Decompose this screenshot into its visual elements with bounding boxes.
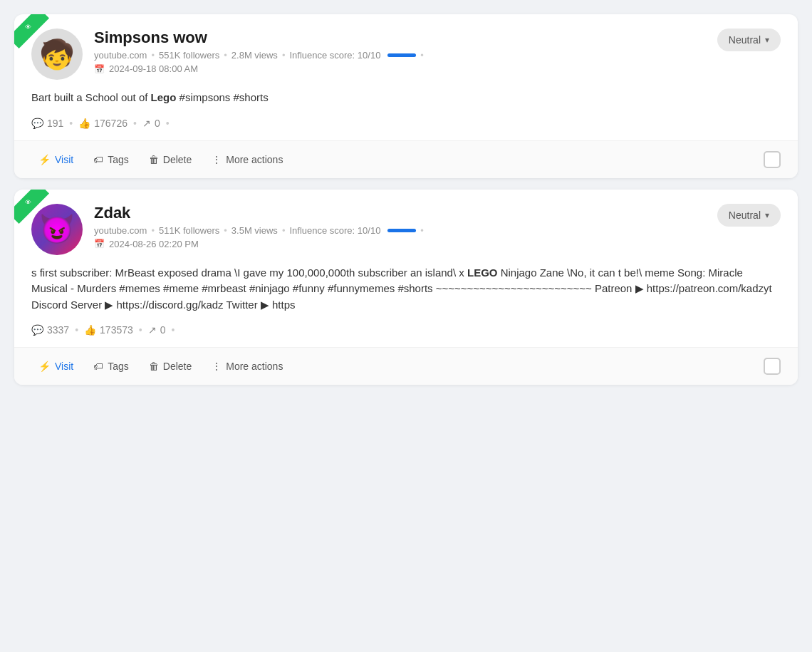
eye-icon: 👁 <box>25 24 31 31</box>
views: 3.5M views <box>231 225 278 236</box>
actions-left: ⚡ Visit 🏷 Tags 🗑 Delete ⋮ More actions <box>31 150 290 170</box>
stat-dot-2: • <box>133 118 137 129</box>
influence-score: Influence score: 10/10 <box>289 225 380 236</box>
dot-3: • <box>282 225 286 236</box>
more-actions-button[interactable]: ⋮ More actions <box>204 150 290 170</box>
comments-count: 191 <box>47 118 63 129</box>
channel-name: Zdak <box>94 204 424 222</box>
comment-icon: 💬 <box>31 118 43 129</box>
platform: youtube.com <box>94 225 147 236</box>
tag-icon: 🏷 <box>93 154 103 165</box>
badge-inner: 👁 <box>14 190 49 224</box>
influence-bar <box>387 229 416 232</box>
card-header: 😈 Zdak youtube.com • 511K followers • 3.… <box>31 204 781 255</box>
share-icon: ↗ <box>142 118 151 129</box>
sentiment-label: Neutral <box>729 34 761 46</box>
stat-dot-3: • <box>171 324 175 336</box>
card-simpsons-wow: 👁 🧒 Simpsons wow youtube.com • <box>14 14 798 178</box>
card-actions: ⚡ Visit 🏷 Tags 🗑 Delete ⋮ More actions <box>14 140 798 178</box>
select-checkbox[interactable] <box>764 358 781 375</box>
trash-icon: 🗑 <box>149 361 159 372</box>
card-body: 🧒 Simpsons wow youtube.com • 551K follow… <box>14 14 798 140</box>
meta-row: youtube.com • 511K followers • 3.5M view… <box>94 225 424 236</box>
likes-count: 176726 <box>94 118 127 129</box>
more-icon: ⋮ <box>212 361 222 372</box>
comments-stat: 💬 191 <box>31 118 63 129</box>
dot-3: • <box>282 50 286 61</box>
more-actions-label: More actions <box>226 154 283 165</box>
post-text: Bart built a School out of Lego #simpson… <box>31 90 781 106</box>
header-info: Zdak youtube.com • 511K followers • 3.5M… <box>94 204 424 249</box>
card-zdak: 👁 😈 Zdak youtube.com • 5 <box>14 190 798 385</box>
views: 2.8M views <box>231 50 278 61</box>
date-row: 📅 2024-08-26 02:20 PM <box>94 239 424 249</box>
delete-label: Delete <box>163 361 192 372</box>
chevron-down-icon: ▾ <box>765 210 769 220</box>
dot-4: • <box>420 225 424 236</box>
more-actions-button[interactable]: ⋮ More actions <box>204 356 290 376</box>
header-left: 😈 Zdak youtube.com • 511K followers • 3.… <box>31 204 424 255</box>
likes-count: 173573 <box>100 324 133 336</box>
likes-stat: 👍 173573 <box>84 324 133 336</box>
eye-icon: 👁 <box>25 199 31 206</box>
header-info: Simpsons wow youtube.com • 551K follower… <box>94 29 424 74</box>
stat-dot-1: • <box>69 118 73 129</box>
dot-1: • <box>151 50 155 61</box>
trash-icon: 🗑 <box>149 154 159 165</box>
tags-button[interactable]: 🏷 Tags <box>86 356 136 376</box>
more-actions-label: More actions <box>226 361 283 372</box>
likes-stat: 👍 176726 <box>78 118 127 129</box>
visit-label: Visit <box>55 154 73 165</box>
tags-label: Tags <box>108 154 129 165</box>
followers: 511K followers <box>159 225 219 236</box>
stat-dot-2: • <box>139 324 142 336</box>
visit-button[interactable]: ⚡ Visit <box>31 356 80 376</box>
tags-label: Tags <box>108 361 129 372</box>
influence-bar <box>387 53 416 57</box>
shares-stat: ↗ 0 <box>148 324 166 336</box>
channel-name: Simpsons wow <box>94 29 424 47</box>
card-body: 😈 Zdak youtube.com • 511K followers • 3.… <box>14 190 798 348</box>
lightning-icon: ⚡ <box>38 154 51 165</box>
tags-button[interactable]: 🏷 Tags <box>86 150 136 170</box>
badge-corner: 👁 <box>14 190 51 227</box>
followers: 551K followers <box>159 50 219 61</box>
delete-button[interactable]: 🗑 Delete <box>142 356 199 376</box>
calendar-icon: 📅 <box>94 64 105 74</box>
sentiment-button[interactable]: Neutral ▾ <box>717 29 781 51</box>
calendar-icon: 📅 <box>94 239 105 249</box>
delete-label: Delete <box>163 154 192 165</box>
comments-stat: 💬 3337 <box>31 324 69 336</box>
select-checkbox[interactable] <box>764 151 781 168</box>
stats-row: 💬 3337 • 👍 173573 • ↗ 0 • <box>31 324 781 336</box>
card-header: 🧒 Simpsons wow youtube.com • 551K follow… <box>31 29 781 80</box>
actions-left: ⚡ Visit 🏷 Tags 🗑 Delete ⋮ More actions <box>31 356 290 376</box>
post-text: s first subscriber: MrBeast exposed dram… <box>31 265 781 314</box>
like-icon: 👍 <box>78 118 90 129</box>
sentiment-button[interactable]: Neutral ▾ <box>717 204 781 227</box>
sentiment-label: Neutral <box>729 209 761 221</box>
comments-count: 3337 <box>47 324 69 336</box>
comment-icon: 💬 <box>31 324 43 336</box>
share-icon: ↗ <box>148 324 157 336</box>
dot-2: • <box>224 225 227 236</box>
tag-icon: 🏷 <box>93 361 103 372</box>
badge-corner: 👁 <box>14 14 51 51</box>
header-left: 🧒 Simpsons wow youtube.com • 551K follow… <box>31 29 424 80</box>
platform: youtube.com <box>94 50 147 61</box>
lightning-icon: ⚡ <box>38 361 51 372</box>
shares-count: 0 <box>160 324 166 336</box>
date-row: 📅 2024-09-18 08:00 AM <box>94 63 424 74</box>
shares-count: 0 <box>155 118 160 129</box>
visit-button[interactable]: ⚡ Visit <box>31 150 80 170</box>
delete-button[interactable]: 🗑 Delete <box>142 150 199 170</box>
meta-row: youtube.com • 551K followers • 2.8M view… <box>94 50 424 61</box>
visit-label: Visit <box>55 361 73 372</box>
chevron-down-icon: ▾ <box>765 35 769 45</box>
dot-1: • <box>151 225 155 236</box>
badge-inner: 👁 <box>14 14 49 48</box>
dot-2: • <box>224 50 227 61</box>
stats-row: 💬 191 • 👍 176726 • ↗ 0 • <box>31 118 781 129</box>
stat-dot-3: • <box>166 118 170 129</box>
influence-score: Influence score: 10/10 <box>289 50 380 61</box>
